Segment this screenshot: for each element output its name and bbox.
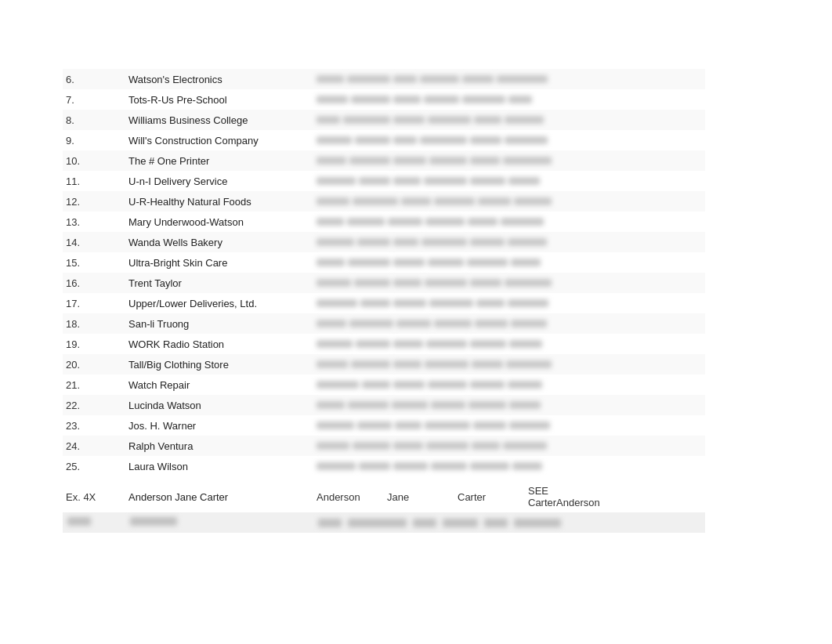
- row-blurred-data: [313, 174, 543, 188]
- row-number: 9.: [63, 132, 125, 149]
- row-number: 13.: [63, 214, 125, 230]
- table-row: 18.San-li Truong: [63, 313, 705, 334]
- row-number: 16.: [63, 275, 125, 291]
- row-blurred-data: [313, 276, 555, 290]
- row-blurred-data: [313, 72, 551, 86]
- row-number: 7.: [63, 92, 125, 108]
- example-col3: Carter: [454, 489, 525, 505]
- row-number: 17.: [63, 295, 125, 312]
- row-name: Jos. H. Warner: [125, 418, 313, 434]
- table-row: 7.Tots-R-Us Pre-School: [63, 89, 705, 110]
- row-number: 10.: [63, 153, 125, 169]
- example-col4: SEE CarterAnderson: [525, 483, 619, 511]
- row-number: 19.: [63, 336, 125, 353]
- row-blurred-data: [313, 357, 555, 371]
- row-blurred-data: [313, 418, 553, 432]
- table-row: 10.The # One Printer: [63, 150, 705, 171]
- row-name: Tots-R-Us Pre-School: [125, 92, 313, 108]
- row-number: 6.: [63, 71, 125, 88]
- row-name: Watson's Electronics: [125, 71, 313, 88]
- row-number: 18.: [63, 316, 125, 332]
- row-number: 12.: [63, 194, 125, 210]
- example-row: Ex. 4X Anderson Jane Carter Anderson Jan…: [63, 483, 705, 511]
- table-row: 15.Ultra-Bright Skin Care: [63, 252, 705, 273]
- table-wrapper: 6.Watson's Electronics7.Tots-R-Us Pre-Sc…: [63, 69, 705, 533]
- row-blurred-data: [313, 337, 545, 351]
- table-row: 24.Ralph Ventura: [63, 436, 705, 456]
- row-blurred-data: [313, 378, 545, 392]
- table-row: 6.Watson's Electronics: [63, 69, 705, 89]
- example-col2: Jane: [384, 489, 454, 505]
- row-name: Wanda Wells Bakery: [125, 234, 313, 251]
- table-row: 12.U-R-Healthy Natural Foods: [63, 191, 705, 212]
- row-name: Trent Taylor: [125, 275, 313, 291]
- bottom-blurred-row: [63, 512, 705, 533]
- bottom-name: [125, 514, 313, 531]
- row-blurred-data: [313, 133, 551, 147]
- row-name: Watch Repair: [125, 377, 313, 393]
- row-blurred-data: [313, 398, 544, 412]
- row-name: U-n-I Delivery Service: [125, 173, 313, 190]
- table-row: 25.Laura Wilson: [63, 456, 705, 476]
- row-number: 14.: [63, 234, 125, 251]
- table-row: 22.Lucinda Watson: [63, 395, 705, 415]
- row-name: Lucinda Watson: [125, 397, 313, 414]
- row-blurred-data: [313, 296, 552, 310]
- row-name: Will's Construction Company: [125, 132, 313, 149]
- row-blurred-data: [313, 439, 550, 453]
- row-name: Mary Underwood-Watson: [125, 214, 313, 230]
- table-area: 6.Watson's Electronics7.Tots-R-Us Pre-Sc…: [63, 69, 705, 533]
- row-name: WORK Radio Station: [125, 336, 313, 353]
- table-row: 23.Jos. H. Warner: [63, 415, 705, 436]
- row-blurred-data: [313, 235, 550, 249]
- table-row: 19.WORK Radio Station: [63, 334, 705, 354]
- row-number: 23.: [63, 418, 125, 434]
- row-name: The # One Printer: [125, 153, 313, 169]
- row-blurred-data: [313, 317, 550, 331]
- row-name: U-R-Healthy Natural Foods: [125, 194, 313, 210]
- table-row: 16.Trent Taylor: [63, 273, 705, 293]
- row-name: Williams Business College: [125, 112, 313, 128]
- row-blurred-data: [313, 459, 545, 473]
- row-blurred-data: [313, 215, 547, 229]
- row-number: 22.: [63, 397, 125, 414]
- row-number: 20.: [63, 356, 125, 373]
- table-row: 13.Mary Underwood-Watson: [63, 212, 705, 232]
- row-name: San-li Truong: [125, 316, 313, 332]
- row-number: 21.: [63, 377, 125, 393]
- row-blurred-data: [313, 113, 547, 127]
- table-row: 8.Williams Business College: [63, 110, 705, 130]
- row-name: Ultra-Bright Skin Care: [125, 255, 313, 271]
- row-name: Tall/Big Clothing Store: [125, 356, 313, 373]
- page-container: 6.Watson's Electronics7.Tots-R-Us Pre-Sc…: [0, 0, 832, 644]
- row-number: 25.: [63, 458, 125, 475]
- table-row: 17.Upper/Lower Deliveries, Ltd.: [63, 293, 705, 313]
- row-number: 8.: [63, 112, 125, 128]
- row-name: Laura Wilson: [125, 458, 313, 475]
- table-row: 9.Will's Construction Company: [63, 130, 705, 150]
- example-num: Ex. 4X: [63, 489, 125, 505]
- table-row: 14.Wanda Wells Bakery: [63, 232, 705, 252]
- row-name: Upper/Lower Deliveries, Ltd.: [125, 295, 313, 312]
- example-col1: Anderson: [313, 489, 384, 505]
- row-blurred-data: [313, 92, 535, 107]
- row-name: Ralph Ventura: [125, 438, 313, 454]
- table-row: 21.Watch Repair: [63, 374, 705, 395]
- example-name: Anderson Jane Carter: [125, 489, 313, 505]
- table-row: 11.U-n-I Delivery Service: [63, 171, 705, 191]
- row-blurred-data: [313, 255, 544, 270]
- row-number: 11.: [63, 173, 125, 190]
- row-blurred-data: [313, 154, 555, 168]
- bottom-num: [63, 514, 125, 531]
- table-row: 20.Tall/Big Clothing Store: [63, 354, 705, 374]
- row-number: 24.: [63, 438, 125, 454]
- row-number: 15.: [63, 255, 125, 271]
- row-blurred-data: [313, 194, 555, 208]
